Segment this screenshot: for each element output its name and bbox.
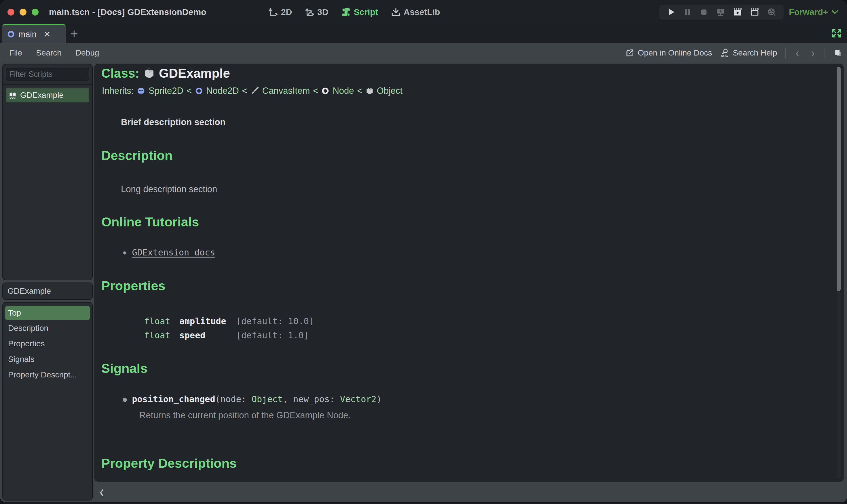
doc-scrollbar-thumb[interactable]	[837, 67, 841, 291]
long-description: Long description section	[121, 184, 217, 195]
play-custom-scene-icon[interactable]	[750, 7, 759, 17]
editor-context-switcher: 2D 3D Script	[268, 0, 440, 24]
heading-description: Description	[101, 148, 173, 163]
property-type[interactable]: float	[144, 328, 179, 342]
scene-tab-label: main	[18, 30, 37, 39]
window-controls	[7, 8, 39, 16]
history-back-icon[interactable]: ‹	[794, 47, 801, 59]
assetlib-icon	[391, 7, 401, 17]
object-icon	[143, 68, 155, 79]
external-link-icon	[626, 49, 634, 57]
node-icon	[321, 87, 329, 95]
axis-3d-icon	[305, 7, 314, 17]
heading-signals: Signals	[101, 361, 148, 376]
current-doc-header: GDExample	[3, 283, 92, 299]
open-online-docs-button[interactable]: Open in Online Docs	[626, 48, 712, 57]
property-name[interactable]: speed	[179, 328, 236, 342]
menu-file[interactable]: File	[9, 48, 22, 57]
property-default: [default: 1.0]	[236, 328, 314, 342]
inherits-line: Inherits: Sprite2D < Node2D < CanvasItem…	[102, 86, 402, 96]
chevron-down-icon	[831, 10, 839, 14]
history-forward-icon[interactable]: ›	[809, 47, 816, 59]
script-icon	[341, 7, 351, 17]
title-bar: main.tscn - [Docs] GDExtensionDemo 2D 3D	[0, 0, 847, 24]
section-item-description[interactable]: Description	[3, 321, 92, 336]
search-help-icon: DOC	[720, 48, 729, 57]
section-item-property-descriptions[interactable]: Property Descript...	[3, 367, 92, 383]
tab-assetlib[interactable]: AssetLib	[391, 7, 440, 17]
svg-text:DOC: DOC	[721, 54, 728, 57]
menu-debug[interactable]: Debug	[75, 48, 99, 57]
section-item-top[interactable]: Top	[5, 306, 90, 320]
signal-param-type-link[interactable]: Vector2	[340, 394, 376, 404]
movie-maker-icon[interactable]	[767, 7, 776, 17]
doc-sections-panel: Top Description Properties Signals Prope…	[3, 303, 92, 500]
search-help-button[interactable]: DOC Search Help	[720, 48, 777, 57]
property-default: [default: 10.0]	[236, 314, 314, 328]
bullet-icon: ●	[123, 395, 127, 403]
axis-2d-icon	[268, 7, 278, 17]
script-editor-menubar: File Search Debug Open in Online Docs DO…	[0, 43, 847, 63]
close-window-button[interactable]	[7, 8, 14, 16]
section-item-signals[interactable]: Signals	[3, 352, 92, 367]
collapse-panel-icon[interactable]: ‹	[100, 482, 104, 501]
property-type[interactable]: float	[144, 314, 179, 328]
inherits-link-sprite2d[interactable]: Sprite2D	[149, 86, 184, 96]
signal-param-type-link[interactable]: Object	[252, 394, 283, 404]
script-list-item-gdexample[interactable]: DOC GDExample	[6, 88, 89, 103]
node2d-icon	[7, 30, 15, 38]
object-icon	[366, 87, 374, 95]
window-title: main.tscn - [Docs] GDExtensionDemo	[49, 0, 206, 24]
class-title: Class: GDExample	[101, 66, 230, 80]
node2d-icon	[195, 87, 203, 95]
tutorial-link-row: ● GDExtension docs	[123, 247, 215, 257]
divider	[3, 84, 92, 85]
heading-property-descriptions: Property Descriptions	[101, 456, 237, 471]
signal-description: Returns the current position of the GDEx…	[139, 410, 351, 420]
godot-editor-window: main.tscn - [Docs] GDExtensionDemo 2D 3D	[0, 0, 847, 504]
properties-table: float amplitude [default: 10.0] float sp…	[144, 314, 314, 342]
class-doc-view: Class: GDExample Inherits: Sprite2D <	[95, 65, 843, 481]
sprite2d-icon	[137, 87, 145, 95]
scripts-panel: DOC GDExample	[3, 65, 92, 280]
inherits-link-object[interactable]: Object	[377, 86, 403, 96]
divider	[785, 48, 786, 58]
scene-tab-main[interactable]: main ✕	[2, 24, 66, 43]
section-item-properties[interactable]: Properties	[3, 336, 92, 352]
tab-3d[interactable]: 3D	[305, 7, 328, 17]
minimize-window-button[interactable]	[20, 8, 27, 16]
close-icon[interactable]: ✕	[44, 30, 50, 39]
svg-text:DOC: DOC	[10, 96, 16, 99]
add-scene-tab-button[interactable]: +	[70, 25, 78, 42]
play-scene-icon[interactable]	[733, 7, 743, 17]
doc-bottom-bar: ‹	[95, 482, 843, 501]
inherits-link-canvasitem[interactable]: CanvasItem	[262, 86, 310, 96]
tutorial-link-gdextension-docs[interactable]: GDExtension docs	[132, 247, 215, 257]
doc-scrollbar[interactable]	[837, 67, 841, 479]
script-editor-main: DOC GDExample GDExample Top Description …	[0, 63, 847, 502]
pause-icon[interactable]	[683, 7, 692, 17]
inherits-link-node[interactable]: Node	[332, 86, 354, 96]
signal-signature: ● position_changed(node: Object, new_pos…	[123, 394, 381, 404]
tab-script[interactable]: Script	[341, 7, 378, 17]
remote-play-icon[interactable]	[716, 7, 726, 17]
menu-search[interactable]: Search	[36, 48, 62, 57]
renderer-selector[interactable]: Forward+	[789, 0, 839, 24]
distraction-free-icon[interactable]	[831, 28, 842, 39]
doc-book-icon: DOC	[8, 91, 17, 99]
menu-items: File Search Debug	[0, 48, 99, 57]
zoom-window-button[interactable]	[32, 8, 39, 16]
filter-scripts-field[interactable]	[6, 68, 89, 80]
tab-2d[interactable]: 2D	[268, 7, 292, 17]
brief-description: Brief description section	[121, 117, 225, 127]
toggle-scripts-panel-icon[interactable]	[833, 48, 842, 57]
inherits-link-node2d[interactable]: Node2D	[206, 86, 239, 96]
heading-online-tutorials: Online Tutorials	[101, 215, 199, 230]
canvasitem-icon	[250, 87, 259, 95]
divider	[825, 48, 825, 58]
heading-properties: Properties	[101, 278, 166, 293]
stop-icon[interactable]	[699, 7, 709, 17]
play-icon[interactable]	[667, 7, 676, 17]
property-name[interactable]: amplitude	[179, 314, 236, 328]
signal-name: position_changed	[132, 394, 215, 404]
